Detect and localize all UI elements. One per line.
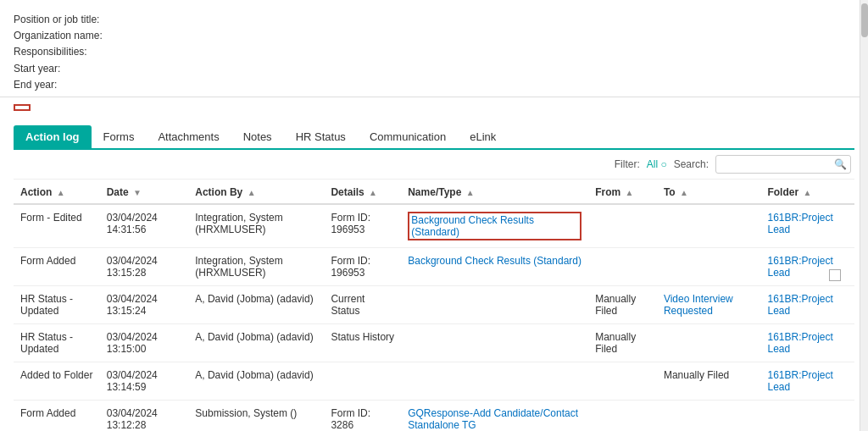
tab-forms[interactable]: Forms — [92, 125, 147, 148]
cell-name-type[interactable]: Background Check Results (Standard) — [401, 247, 588, 285]
field-start-year: Start year: — [14, 61, 854, 77]
col-details[interactable]: Details ▲ — [324, 180, 401, 204]
field-responsibilities: Responsibilities: — [14, 44, 854, 60]
cell-action: HR Status - Updated — [14, 285, 100, 323]
cell-from — [588, 247, 657, 285]
cell-action-by: Integration, System (HRXMLUSER) — [188, 247, 324, 285]
cell-details: Current Status — [324, 285, 401, 323]
cell-date: 03/04/2024 13:15:00 — [100, 323, 189, 362]
cell-to — [657, 204, 761, 248]
col-to[interactable]: To ▲ — [657, 180, 761, 204]
scrollbar[interactable] — [860, 0, 868, 431]
cell-name-type — [401, 285, 588, 323]
cell-details: Form ID: 3286 — [324, 400, 401, 431]
cell-details — [324, 362, 401, 400]
tabs-bar: Action log Forms Attachments Notes HR St… — [14, 125, 854, 150]
filter-label: Filter: — [615, 158, 640, 170]
cell-from — [588, 400, 657, 431]
field-org: Organization name: — [14, 28, 854, 44]
cell-details: Form ID: 196953 — [324, 247, 401, 285]
cell-details: Status History — [324, 323, 401, 362]
cell-action: Added to Folder — [14, 362, 100, 400]
cell-action: Form - Edited — [14, 204, 100, 248]
cell-date: 03/04/2024 13:15:24 — [100, 285, 189, 323]
tab-attachments[interactable]: Attachments — [146, 125, 231, 148]
col-date[interactable]: Date ▼ — [100, 180, 189, 204]
tab-hr-status[interactable]: HR Status — [284, 125, 358, 148]
search-input[interactable] — [715, 155, 851, 174]
cell-from — [588, 362, 657, 400]
cell-date: 03/04/2024 13:14:59 — [100, 362, 189, 400]
cell-from — [588, 204, 657, 248]
cell-action-by: A, David (Jobma) (adavid) — [188, 362, 324, 400]
cell-folder[interactable]: 161BR:Project Lead — [760, 362, 854, 400]
top-section: Position or job title: Organization name… — [0, 0, 868, 97]
col-from[interactable]: From ▲ — [588, 180, 657, 204]
table-row: Form - Edited03/04/2024 14:31:56Integrat… — [14, 204, 854, 248]
cell-details: Form ID: 196953 — [324, 204, 401, 248]
cell-date: 03/04/2024 13:12:28 — [100, 400, 189, 431]
table-row: HR Status - Updated03/04/2024 13:15:00A,… — [14, 323, 854, 362]
scrollbar-thumb — [861, 3, 868, 37]
cell-folder[interactable]: 161BR:Project Lead — [760, 323, 854, 362]
top-right-checkbox[interactable] — [829, 269, 841, 281]
cell-action-by: Integration, System (HRXMLUSER) — [188, 204, 324, 248]
cell-to[interactable]: Video Interview Requested — [657, 285, 761, 323]
cell-name-type — [401, 362, 588, 400]
cell-action: Form Added — [14, 400, 100, 431]
cell-to — [657, 247, 761, 285]
search-wrapper: 🔍 — [715, 155, 851, 174]
cell-from: Manually Filed — [588, 285, 657, 323]
cell-action: HR Status - Updated — [14, 323, 100, 362]
cell-action: Form Added — [14, 247, 100, 285]
cell-to: Manually Filed — [657, 362, 761, 400]
cell-to — [657, 400, 761, 431]
cell-action-by: A, David (Jobma) (adavid) — [188, 323, 324, 362]
col-folder[interactable]: Folder ▲ — [760, 180, 854, 204]
col-action[interactable]: Action ▲ — [14, 180, 100, 204]
activity-header — [14, 104, 31, 111]
cell-name-type[interactable]: GQResponse-Add Candidate/Contact Standal… — [401, 400, 588, 431]
cell-from: Manually Filed — [588, 323, 657, 362]
field-end-year: End year: — [14, 77, 854, 93]
cell-name-type — [401, 323, 588, 362]
field-position: Position or job title: — [14, 12, 854, 28]
tab-action-log[interactable]: Action log — [14, 125, 92, 148]
cell-date: 03/04/2024 13:15:28 — [100, 247, 189, 285]
table-header-row: Action ▲ Date ▼ Action By ▲ Details ▲ Na… — [14, 180, 854, 204]
cell-name-type[interactable]: Background Check Results (Standard) — [401, 204, 588, 248]
table-row: Form Added03/04/2024 13:12:28Submission,… — [14, 400, 854, 431]
col-name-type[interactable]: Name/Type ▲ — [401, 180, 588, 204]
cell-action-by: A, David (Jobma) (adavid) — [188, 285, 324, 323]
cell-folder[interactable]: 161BR:Project Lead — [760, 285, 854, 323]
filter-all[interactable]: All ○ — [647, 158, 667, 170]
table-row: Added to Folder03/04/2024 13:14:59A, Dav… — [14, 362, 854, 400]
tab-elink[interactable]: eLink — [458, 125, 508, 148]
cell-to — [657, 323, 761, 362]
activity-section: Action log Forms Attachments Notes HR St… — [0, 97, 868, 431]
form-fields: Position or job title: Organization name… — [14, 12, 854, 93]
cell-date: 03/04/2024 14:31:56 — [100, 204, 189, 248]
tab-communication[interactable]: Communication — [358, 125, 458, 148]
tab-notes[interactable]: Notes — [231, 125, 284, 148]
action-log-table: Action ▲ Date ▼ Action By ▲ Details ▲ Na… — [14, 180, 854, 431]
cell-folder — [760, 400, 854, 431]
filter-search-row: Filter: All ○ Search: 🔍 — [14, 150, 854, 180]
cell-action-by: Submission, System () — [188, 400, 324, 431]
cell-folder[interactable]: 161BR:Project Lead — [760, 204, 854, 248]
table-row: HR Status - Updated03/04/2024 13:15:24A,… — [14, 285, 854, 323]
table-row: Form Added03/04/2024 13:15:28Integration… — [14, 247, 854, 285]
col-action-by[interactable]: Action By ▲ — [188, 180, 324, 204]
search-label: Search: — [674, 158, 709, 170]
